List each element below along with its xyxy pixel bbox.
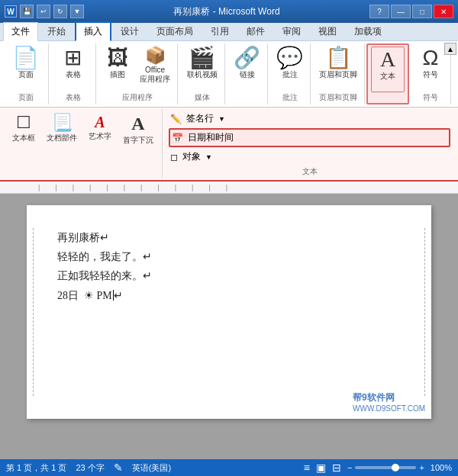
signature-arrow: ▼ [218,115,225,123]
pages-btn[interactable]: 📄 页面 [8,45,43,91]
sub-ribbon: ☐ 文本框 📃 文档部件 A 艺术字 A 首字下沉 [0,108,458,182]
pages-content: 📄 页面 [6,45,45,91]
sub-text-group-label: 文本 [169,165,450,177]
office-apps-icon: 📦 [145,47,166,64]
restore-btn[interactable]: □ [412,5,432,18]
table-label: 表格 [66,70,81,79]
tab-home[interactable]: 开始 [39,22,74,40]
page-border-left [33,228,34,396]
dropcap-btn[interactable]: A 首字下沉 [119,111,157,147]
signature-label: 签名行 [186,112,214,125]
document-area[interactable]: 再别康桥↵ 轻轻的，我走了。↵ 正如我轻轻的来。↵ 28日 ☀ PM ↵ 帮9软… [0,194,458,459]
textbox-btn[interactable]: ☐ 文本框 [8,111,40,147]
watermark-sitename: 帮9软件网 [353,391,425,404]
links-group-label [230,101,264,103]
zoom-in-icon[interactable]: + [419,463,424,472]
document-page[interactable]: 再别康桥↵ 轻轻的，我走了。↵ 正如我轻轻的来。↵ 28日 ☀ PM ↵ 帮9软… [27,205,431,419]
docparts-btn[interactable]: 📃 文档部件 [43,111,81,147]
tab-view[interactable]: 视图 [310,22,345,40]
symbols-group-label: 符号 [414,91,447,103]
group-text: A 文本 [366,43,409,105]
office-apps-btn[interactable]: 📦 Office应用程序 [136,45,174,91]
web-layout-icon[interactable]: ⊟ [332,462,341,474]
page-border-right [424,228,425,396]
datetime-icon: 📅 [172,133,183,143]
links-label: 链接 [240,70,255,79]
tab-file[interactable]: 文件 [3,22,38,41]
group-links: 🔗 链接 [227,43,268,105]
comments-btn[interactable]: 💬 批注 [273,45,307,91]
table-icon: ⊞ [64,47,82,69]
online-video-icon: 🎬 [189,47,215,69]
text-btn[interactable]: A 文本 [371,47,405,92]
textbox-icon: ☐ [16,113,31,133]
symbols-btn[interactable]: Ω 符号 [414,45,447,91]
tab-review[interactable]: 审阅 [274,22,309,40]
undo-btn[interactable]: ↩ [37,5,50,18]
close-btn[interactable]: ✕ [434,5,453,18]
watermark: 帮9软件网 WWW.D9SOFT.COM [353,391,425,413]
ruler: |||||||||||| [0,182,458,194]
tab-references[interactable]: 引用 [202,22,237,40]
table-btn[interactable]: ⊞ 表格 [56,45,90,91]
wordart-btn[interactable]: A 艺术字 [84,111,116,147]
ribbon-toolbar: 📄 页面 页面 ⊞ 表格 表格 🖼 插图 [0,41,458,108]
comments-content: 💬 批注 [273,45,307,91]
layout-icon[interactable]: ≡ [304,462,310,474]
window-title: 再别康桥 - Microsoft Word [84,5,369,18]
tab-insert[interactable]: 插入 [75,21,111,41]
zoom-slider[interactable]: − + [347,463,424,472]
dropcap-icon: A [131,113,144,135]
illustrations-icon: 🖼 [107,47,128,69]
status-bar: 第 1 页，共 1 页 23 个字 ✎ 英语(美国) ≡ ▣ ⊟ − + 100… [0,459,458,476]
zoom-out-icon[interactable]: − [347,463,352,472]
pages-icon: 📄 [12,47,39,69]
illustrations-content: 🖼 插图 📦 Office应用程序 [101,45,174,91]
ribbon-tabs: 文件 开始 插入 设计 页面布局 引用 邮件 审阅 视图 加载项 [0,23,458,41]
text-label: 文本 [380,72,395,81]
object-row[interactable]: ◻ 对象 ▼ [169,149,450,165]
sub-text-content: ☐ 文本框 📃 文档部件 A 艺术字 A 首字下沉 [8,111,157,177]
media-group-label: 媒体 [182,91,221,103]
doc-line-2: 轻轻的，我走了。↵ [57,247,401,266]
sub-right-group: ✏️ 签名行 ▼ 📅 日期和时间 ◻ 对象 ▼ [169,111,450,165]
media-content: 🎬 联机视频 [182,45,221,91]
links-btn[interactable]: 🔗 链接 [230,45,264,91]
edit-mode-icon: ✎ [114,462,123,474]
help-btn[interactable]: ? [369,5,389,18]
redo-btn[interactable]: ↻ [53,5,67,18]
illustrations-btn[interactable]: 🖼 插图 [101,45,134,91]
zoom-track[interactable] [355,466,416,469]
hf-content: 📋 页眉和页脚 [315,45,361,91]
ribbon-collapse-btn[interactable]: ▲ [444,43,456,55]
symbols-content: Ω 符号 [414,45,447,91]
object-label: 对象 [182,150,201,163]
symbols-icon: Ω [423,47,439,69]
pages-group-label: 页面 [6,91,45,103]
symbols-label: 符号 [423,70,438,79]
group-tables: ⊞ 表格 表格 [50,43,96,105]
print-layout-icon[interactable]: ▣ [316,462,326,474]
links-content: 🔗 链接 [230,45,264,101]
customize-btn[interactable]: ▼ [70,5,84,18]
comments-icon: 💬 [276,47,303,69]
window-controls: ? — □ ✕ [369,5,453,18]
tab-layout[interactable]: 页面布局 [148,22,202,40]
save-quick-btn[interactable]: 💾 [20,5,34,18]
ruler-marks: |||||||||||| [38,184,420,191]
language: 英语(美国) [132,462,171,474]
minimize-btn[interactable]: — [391,5,411,18]
tab-mailings[interactable]: 邮件 [238,22,273,40]
zoom-thumb[interactable] [392,464,399,471]
tab-addins[interactable]: 加载项 [346,22,390,40]
signature-row[interactable]: ✏️ 签名行 ▼ [169,111,450,127]
header-footer-btn[interactable]: 📋 页眉和页脚 [315,45,361,91]
comments-group-label: 批注 [273,91,307,103]
online-video-btn[interactable]: 🎬 联机视频 [183,45,221,91]
group-pages: 📄 页面 页面 [3,43,49,105]
datetime-row[interactable]: 📅 日期和时间 [169,128,450,147]
tab-design[interactable]: 设计 [112,22,147,40]
doc-line-1: 再别康桥↵ [57,228,401,247]
pages-label: 页面 [18,70,34,79]
group-header-footer: 📋 页眉和页脚 页眉和页脚 [312,43,365,105]
